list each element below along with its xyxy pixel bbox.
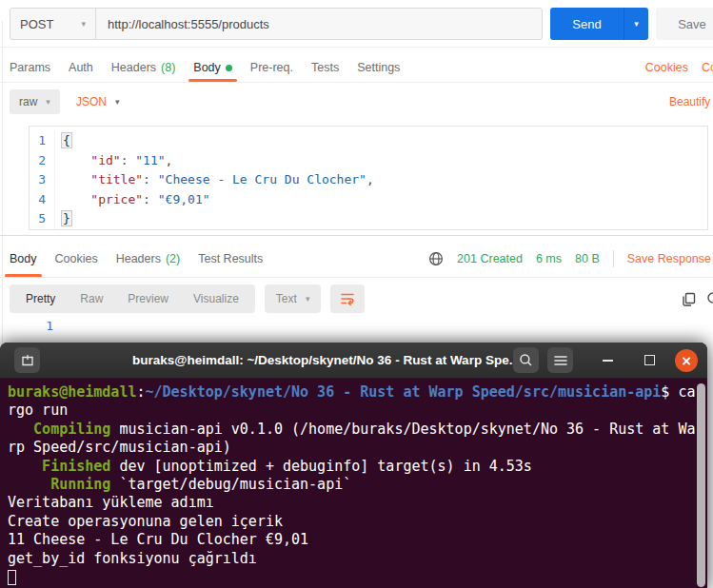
view-visualize[interactable]: Visualize (181, 292, 251, 305)
json-value: "€9,01" (158, 192, 210, 206)
terminal-scrollbar[interactable] (697, 383, 705, 587)
tab-headers[interactable]: Headers (8) (111, 53, 176, 82)
cookies-link[interactable]: Cookies (645, 61, 688, 74)
response-headers-count-badge: (2) (166, 252, 180, 265)
editor-line: 1 { (30, 131, 707, 151)
line-number: 1 (30, 131, 54, 151)
copy-icon[interactable] (682, 292, 696, 306)
chevron-down-icon: ▾ (634, 20, 639, 29)
json-key: "id" (90, 153, 120, 167)
editor-line: 5 } (30, 209, 707, 229)
titlebar-controls: × (513, 347, 698, 373)
view-pretty[interactable]: Pretty (13, 292, 68, 305)
terminal-titlebar[interactable]: buraks@heimdall: ~/Desktop/skynet/No 36 … (0, 343, 707, 379)
terminal-line: Veritabanı yükleme adımı (8, 494, 700, 512)
response-view-toolbar: Pretty Raw Preview Visualize Text ▾ (10, 284, 713, 313)
new-tab-button[interactable] (14, 347, 40, 373)
json-key: "price" (90, 192, 143, 206)
response-tab-cookies[interactable]: Cookies (55, 241, 98, 277)
json-value: "11" (135, 153, 165, 167)
send-options-button[interactable]: ▾ (624, 8, 648, 40)
format-select[interactable]: Text ▾ (265, 284, 322, 313)
response-tab-test-results[interactable]: Test Results (198, 241, 263, 277)
response-size: 80 B (575, 252, 600, 265)
tab-auth[interactable]: Auth (69, 53, 93, 82)
headers-count-badge: (8) (161, 61, 175, 74)
tab-params[interactable]: Params (10, 53, 50, 82)
terminal-line: get_by_id fonksiyonu çağrıldı (8, 550, 700, 568)
search-icon[interactable] (706, 291, 713, 306)
editor-line: 4 "price": "€9,01" (30, 190, 707, 210)
divider (613, 250, 614, 267)
editor-line: 3 "title": "Cheese - Le Cru Du Clocher", (30, 170, 707, 190)
beautify-link[interactable]: Beautify (669, 95, 713, 108)
network-globe-icon[interactable] (428, 251, 444, 266)
chevron-down-icon: ▾ (306, 295, 310, 304)
terminal-line: 11 Cheese - Le Cru Du Clocher €9,01 (8, 531, 700, 549)
tab-body[interactable]: Body (193, 53, 232, 82)
save-response-button[interactable]: Save Response (627, 252, 711, 265)
wrap-lines-button[interactable] (330, 284, 365, 313)
response-tab-headers[interactable]: Headers (2) (116, 241, 181, 277)
editor-line: 2 "id": "11", (30, 151, 707, 171)
terminal-window: buraks@heimdall: ~/Desktop/skynet/No 36 … (0, 343, 707, 588)
method-label: POST (20, 17, 53, 31)
close-icon: × (681, 353, 692, 368)
maximize-button[interactable] (644, 355, 655, 365)
chevron-down-icon: ▾ (46, 98, 50, 107)
response-line-number: 1 (29, 319, 53, 333)
body-toolbar: raw ▾ JSON ▾ Beautify (10, 89, 713, 114)
send-button[interactable]: Send (550, 8, 624, 40)
line-number: 2 (30, 151, 54, 171)
chevron-down-icon: ▾ (115, 98, 120, 107)
minimize-button[interactable] (603, 360, 613, 362)
tab-tests[interactable]: Tests (311, 53, 339, 82)
terminal-search-button[interactable] (513, 347, 539, 373)
save-label: Save (678, 17, 706, 31)
body-type-select[interactable]: raw ▾ (10, 89, 60, 114)
tab-settings[interactable]: Settings (357, 53, 400, 82)
divider (0, 235, 713, 236)
line-number: 4 (30, 190, 54, 210)
search-icon (519, 353, 533, 367)
divider (0, 47, 713, 48)
hamburger-menu-icon (554, 355, 567, 366)
view-switcher: Pretty Raw Preview Visualize (10, 284, 255, 313)
language-select[interactable]: JSON ▾ (76, 95, 120, 108)
url-text: http://localhost:5555/products (108, 17, 269, 31)
terminal-line (8, 568, 700, 586)
line-number: 3 (30, 170, 54, 190)
request-tabs: Params Auth Headers (8) Body Pre-req. Te… (10, 53, 713, 82)
wrap-text-icon (340, 291, 355, 306)
url-input[interactable]: http://localhost:5555/products (96, 9, 542, 39)
terminal-line: Finished dev [unoptimized + debuginfo] t… (8, 458, 700, 476)
json-key: "title" (90, 172, 143, 186)
line-number: 5 (30, 209, 54, 229)
terminal-line: Create operasyonuna gelen içerik (8, 513, 700, 531)
terminal-title: buraks@heimdall: ~/Desktop/skynet/No 36 … (132, 353, 513, 367)
divider (0, 82, 713, 83)
close-brace: } (61, 210, 72, 226)
view-raw[interactable]: Raw (68, 292, 115, 305)
response-time: 6 ms (536, 252, 562, 265)
request-bar: POST ▾ http://localhost:5555/products Se… (10, 8, 713, 40)
response-row-icons (682, 291, 713, 306)
body-modified-dot (226, 65, 232, 71)
terminal-line: Compiling musician-api v0.1.0 (/home/bur… (8, 421, 700, 439)
terminal-content[interactable]: buraks@heimdall:~/Desktop/skynet/No 36 -… (0, 379, 707, 588)
response-tab-body[interactable]: Body (10, 241, 37, 277)
terminal-line: rp Speed/src/musician-api) (8, 439, 700, 457)
code-link[interactable]: Code (702, 61, 713, 74)
chevron-down-icon: ▾ (81, 20, 86, 29)
url-group: POST ▾ http://localhost:5555/products (10, 8, 543, 40)
terminal-menu-button[interactable] (547, 347, 573, 373)
save-button[interactable]: Save (656, 8, 713, 40)
terminal-line: buraks@heimdall:~/Desktop/skynet/No 36 -… (8, 383, 700, 402)
view-preview[interactable]: Preview (115, 292, 181, 305)
tab-pre-request[interactable]: Pre-req. (250, 53, 293, 82)
send-label: Send (572, 17, 601, 31)
terminal-line: rgo run (8, 402, 700, 420)
request-body-editor[interactable]: 1 { 2 "id": "11", 3 "title": "Cheese - L… (29, 126, 708, 230)
method-select[interactable]: POST ▾ (10, 9, 96, 39)
close-button[interactable]: × (675, 349, 698, 372)
